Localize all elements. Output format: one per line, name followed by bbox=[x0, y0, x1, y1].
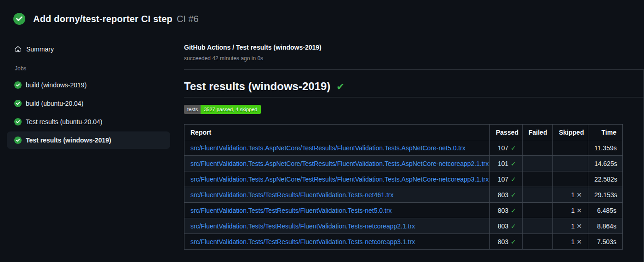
time-value: 6.485s bbox=[588, 203, 623, 218]
skip-cross-icon: ✕ bbox=[576, 238, 582, 245]
success-check-circle-icon bbox=[14, 118, 22, 125]
passed-count: 101 bbox=[498, 160, 508, 167]
home-icon bbox=[14, 46, 22, 53]
jobs-section-label: Jobs bbox=[7, 65, 170, 72]
jobs-list: build (windows-2019) build (ubuntu-20.04… bbox=[0, 76, 177, 149]
test-results-table: Report Passed Failed Skipped Time src/Fl… bbox=[184, 124, 623, 250]
table-row: src/FluentValidation.Tests/TestResults/F… bbox=[184, 203, 623, 218]
table-row: src/FluentValidation.Tests.AspNetCore/Te… bbox=[184, 140, 623, 156]
sidebar-item-build-windows-2019[interactable]: build (windows-2019) bbox=[7, 76, 170, 94]
success-check-circle-icon bbox=[13, 13, 25, 25]
run-header: Add dorny/test-reporter CI step CI #6 bbox=[0, 0, 644, 25]
passed-count: 107 bbox=[498, 144, 508, 152]
pass-check-icon: ✓ bbox=[511, 238, 516, 245]
skipped-count bbox=[553, 156, 588, 171]
time-value: 7.503s bbox=[588, 234, 623, 250]
skipped-count: 1 bbox=[571, 207, 575, 214]
report-link[interactable]: src/FluentValidation.Tests/TestResults/F… bbox=[190, 191, 393, 199]
table-header-row: Report Passed Failed Skipped Time bbox=[184, 125, 623, 140]
failed-count bbox=[523, 187, 553, 203]
time-value: 11.359s bbox=[588, 140, 623, 156]
report-link[interactable]: src/FluentValidation.Tests/TestResults/F… bbox=[190, 222, 415, 230]
pass-check-icon: ✓ bbox=[511, 191, 516, 199]
summary-label: Summary bbox=[26, 46, 54, 53]
failed-count bbox=[523, 203, 553, 218]
passed-count: 107 bbox=[498, 176, 508, 183]
badge-label: tests bbox=[184, 105, 201, 114]
table-row: src/FluentValidation.Tests/TestResults/F… bbox=[184, 234, 623, 250]
report-link[interactable]: src/FluentValidation.Tests.AspNetCore/Te… bbox=[190, 160, 489, 167]
success-check-circle-icon bbox=[14, 137, 22, 144]
failed-count bbox=[523, 140, 553, 156]
run-number: CI #6 bbox=[177, 14, 199, 24]
run-title: Add dorny/test-reporter CI step bbox=[33, 14, 172, 24]
column-header-report: Report bbox=[184, 125, 490, 140]
report-link[interactable]: src/FluentValidation.Tests/TestResults/F… bbox=[190, 238, 415, 245]
section-title: Test results (windows-2019) bbox=[184, 80, 330, 93]
report-link[interactable]: src/FluentValidation.Tests/TestResults/F… bbox=[190, 207, 392, 214]
check-run-name: GitHub Actions / Test results (windows-2… bbox=[184, 43, 644, 51]
skip-cross-icon: ✕ bbox=[576, 207, 582, 214]
passed-count: 803 bbox=[498, 222, 508, 230]
skipped-count: 1 bbox=[571, 238, 575, 245]
table-row: src/FluentValidation.Tests/TestResults/F… bbox=[184, 218, 623, 234]
check-run-status: succeeded 42 minutes ago in 0s bbox=[184, 55, 644, 62]
failed-count bbox=[523, 234, 553, 250]
failed-count bbox=[523, 218, 553, 234]
pass-check-icon: ✓ bbox=[511, 207, 516, 214]
sidebar-item-build-ubuntu-2004[interactable]: build (ubuntu-20.04) bbox=[7, 95, 170, 112]
pane-right-border bbox=[643, 70, 644, 262]
column-header-passed: Passed bbox=[490, 125, 523, 140]
pass-check-icon: ✓ bbox=[511, 160, 516, 167]
column-header-time: Time bbox=[588, 125, 623, 140]
skipped-count: 1 bbox=[571, 222, 575, 230]
failed-count bbox=[523, 156, 553, 171]
column-header-skipped: Skipped bbox=[553, 125, 588, 140]
time-value: 22.582s bbox=[588, 171, 623, 187]
table-row: src/FluentValidation.Tests/TestResults/F… bbox=[184, 187, 623, 203]
skipped-count bbox=[553, 140, 588, 156]
job-label: Test results (windows-2019) bbox=[26, 137, 111, 144]
table-row: src/FluentValidation.Tests.AspNetCore/Te… bbox=[184, 171, 623, 187]
check-run-panel: GitHub Actions / Test results (windows-2… bbox=[184, 43, 644, 250]
passed-count: 803 bbox=[498, 207, 508, 214]
time-value: 29.153s bbox=[588, 187, 623, 203]
success-check-circle-icon bbox=[14, 81, 22, 89]
column-header-failed: Failed bbox=[523, 125, 553, 140]
section-heading: Test results (windows-2019) ✔ bbox=[184, 80, 644, 97]
job-label: build (ubuntu-20.04) bbox=[26, 100, 83, 107]
report-link[interactable]: src/FluentValidation.Tests.AspNetCore/Te… bbox=[190, 144, 466, 152]
skipped-count bbox=[553, 171, 588, 187]
passed-count: 803 bbox=[498, 191, 508, 199]
divider bbox=[184, 69, 644, 70]
time-value: 8.864s bbox=[588, 218, 623, 234]
failed-count bbox=[523, 171, 553, 187]
success-check-circle-icon bbox=[14, 100, 22, 107]
skip-cross-icon: ✕ bbox=[576, 191, 582, 199]
report-link[interactable]: src/FluentValidation.Tests.AspNetCore/Te… bbox=[190, 176, 489, 183]
tests-badge: tests 3527 passed, 4 skipped bbox=[184, 105, 261, 114]
sidebar-item-test-results-ubuntu-2004[interactable]: Test results (ubuntu-20.04) bbox=[7, 113, 170, 131]
time-value: 14.625s bbox=[588, 156, 623, 171]
pass-check-icon: ✓ bbox=[511, 144, 516, 152]
success-check-icon: ✔ bbox=[336, 81, 345, 92]
pass-check-icon: ✓ bbox=[511, 222, 516, 230]
pass-check-icon: ✓ bbox=[511, 176, 516, 183]
job-label: Test results (ubuntu-20.04) bbox=[26, 118, 103, 125]
table-row: src/FluentValidation.Tests.AspNetCore/Te… bbox=[184, 156, 623, 171]
sidebar-item-summary[interactable]: Summary bbox=[7, 43, 170, 55]
skipped-count: 1 bbox=[571, 191, 575, 199]
job-label: build (windows-2019) bbox=[26, 81, 86, 89]
passed-count: 803 bbox=[498, 238, 508, 245]
skip-cross-icon: ✕ bbox=[576, 222, 582, 230]
sidebar-item-test-results-windows-2019[interactable]: Test results (windows-2019) bbox=[7, 131, 170, 149]
badge-message: 3527 passed, 4 skipped bbox=[201, 105, 261, 114]
jobs-sidebar: Summary Jobs build (windows-2019) build … bbox=[0, 43, 177, 150]
